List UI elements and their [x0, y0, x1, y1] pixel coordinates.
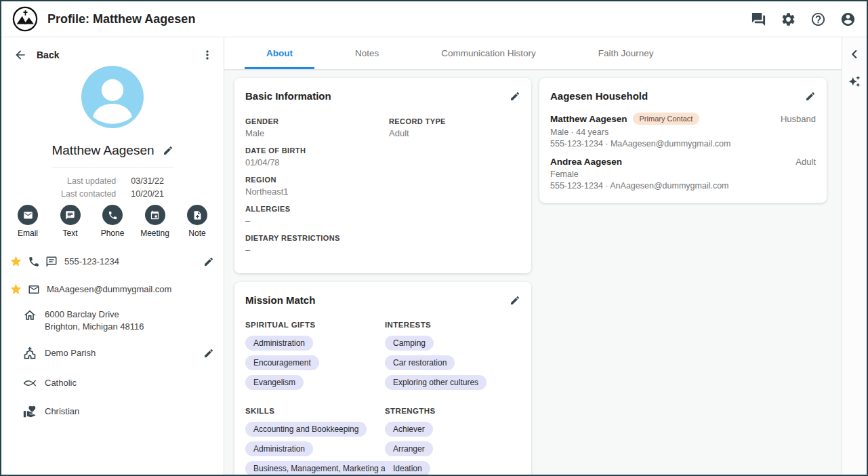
back-arrow-icon[interactable]	[14, 48, 27, 62]
ichthys-fish-icon	[23, 376, 37, 390]
parish-row: Demo Parish	[23, 346, 214, 360]
envelope-icon	[28, 283, 40, 296]
main-content: About Notes Communication History Faith …	[224, 37, 842, 475]
tab-bar: About Notes Communication History Faith …	[224, 37, 842, 70]
email-icon	[23, 210, 33, 220]
edit-phone-icon[interactable]	[203, 256, 214, 267]
sms-icon	[65, 210, 75, 220]
last-contacted-label: Last contacted	[61, 189, 116, 199]
last-updated-value: 03/31/22	[131, 176, 164, 186]
member-role: Adult	[795, 157, 816, 167]
member-demographics: Male · 44 years	[550, 127, 816, 137]
field-dietary-restrictions: DIETARY RESTRICTIONS –	[245, 233, 389, 256]
phone-action-button[interactable]: Phone	[93, 205, 132, 238]
favorite-star-icon[interactable]	[9, 255, 22, 268]
top-header: Profile: Matthew Aagesen	[1, 1, 867, 37]
member-demographics: Female	[550, 170, 816, 179]
church-icon	[23, 346, 37, 360]
page-title: Profile: Matthew Aagesen	[47, 12, 195, 26]
quick-actions: Email Text Phone Meeting Note	[8, 205, 217, 238]
card-title: Basic Information	[245, 90, 331, 102]
household-member: Andrea Aagesen Adult Female 555-123-1234…	[550, 157, 816, 191]
note-add-icon	[192, 210, 203, 220]
strength-chip: Achiever	[385, 422, 433, 437]
spiritual-gifts-group: SPIRITUAL GIFTS Administration Encourage…	[245, 321, 385, 395]
basic-information-card: Basic Information GENDER Male D	[234, 78, 531, 273]
calendar-icon	[150, 210, 160, 220]
last-contacted-value: 10/20/21	[131, 189, 164, 199]
email-action-button[interactable]: Email	[8, 205, 47, 238]
card-title: Mission Match	[245, 294, 315, 306]
profile-sidebar: Back Matthew Aagesen Last updated	[1, 37, 224, 475]
last-updated-label: Last updated	[61, 176, 116, 186]
help-icon[interactable]	[810, 12, 826, 27]
interest-chip: Car restoration	[385, 355, 455, 370]
more-options-icon[interactable]	[201, 48, 214, 62]
address-row: 6000 Barclay Drive Brighton, Michigan 48…	[23, 309, 214, 332]
sms-icon	[45, 256, 58, 268]
favorite-star-icon[interactable]	[9, 283, 22, 296]
edit-parish-icon[interactable]	[203, 348, 214, 359]
phone-icon	[28, 256, 40, 268]
member-name[interactable]: Andrea Aagesen	[550, 157, 622, 167]
phone-number: 555-123-1234	[64, 256, 119, 266]
member-role: Husband	[781, 114, 816, 124]
interest-chip: Exploring other cultures	[385, 375, 487, 390]
address-line2: Brighton, Michigan 48116	[45, 321, 144, 333]
strength-chip: Arranger	[385, 441, 433, 456]
member-name[interactable]: Matthew Aagesen	[550, 114, 627, 124]
interest-chip: Camping	[385, 336, 434, 351]
sparkles-icon[interactable]	[848, 75, 861, 87]
chat-icon[interactable]	[751, 12, 766, 27]
tab-faith-journey[interactable]: Faith Journey	[577, 37, 676, 69]
email-row: MaAagesen@dummygmail.com	[9, 283, 214, 296]
address-line1: 6000 Barclay Drive	[45, 309, 144, 321]
home-icon	[23, 309, 37, 322]
back-button[interactable]: Back	[37, 49, 59, 60]
app-window: Profile: Matthew Aagesen Back	[0, 0, 868, 476]
spiritual-gift-chip: Evangelism	[245, 375, 304, 390]
spiritual-gift-chip: Encouragement	[245, 355, 319, 370]
skill-chip: Business, Management, Marketing an...	[245, 461, 405, 476]
right-rail	[842, 37, 867, 475]
interests-group: INTERESTS Camping Car restoration Explor…	[385, 321, 520, 395]
edit-mission-match-icon[interactable]	[510, 295, 520, 306]
collapse-panel-icon[interactable]	[847, 47, 862, 62]
profile-name: Matthew Aagesen	[51, 143, 154, 158]
edit-basic-info-icon[interactable]	[510, 91, 520, 102]
member-contact: 555-123-1234 · MaAagesen@dummygmail.com	[550, 139, 816, 148]
member-contact: 555-123-1234 · AnAagesen@dummygmail.com	[550, 181, 816, 191]
field-record-type: RECORD TYPE Adult	[389, 117, 520, 139]
sidebar-divider	[51, 167, 173, 167]
strengths-group: STRENGTHS Achiever Arranger Ideation Str…	[385, 407, 520, 476]
tab-notes[interactable]: Notes	[333, 37, 400, 69]
denomination-value: Christian	[45, 405, 79, 418]
meeting-action-button[interactable]: Meeting	[136, 205, 175, 238]
spiritual-gift-chip: Administration	[245, 336, 313, 351]
phone-icon	[108, 210, 118, 220]
card-title: Aagesen Household	[550, 90, 648, 102]
tab-about[interactable]: About	[245, 37, 314, 69]
edit-name-icon[interactable]	[163, 145, 173, 156]
note-action-button[interactable]: Note	[178, 205, 217, 238]
phone-row: 555-123-1234	[9, 255, 214, 268]
profile-meta: Last updated 03/31/22 Last contacted 10/…	[1, 176, 224, 199]
tab-communication-history[interactable]: Communication History	[419, 37, 558, 69]
text-action-button[interactable]: Text	[51, 205, 90, 238]
religion-value: Catholic	[45, 377, 77, 389]
skill-chip: Administration	[245, 441, 313, 456]
email-address: MaAagesen@dummygmail.com	[47, 284, 171, 294]
skills-group: SKILLS Accounting and Bookkeeping Admini…	[245, 407, 385, 476]
household-card: Aagesen Household Matthew Aagesen Primar…	[539, 78, 827, 203]
mission-match-card: Mission Match SPIRITUAL GIFTS Administra…	[234, 282, 531, 476]
account-icon[interactable]	[840, 12, 856, 27]
edit-household-icon[interactable]	[805, 91, 816, 102]
household-member: Matthew Aagesen Primary Contact Husband …	[550, 113, 816, 148]
settings-icon[interactable]	[781, 12, 796, 27]
field-date-of-birth: DATE OF BIRTH 01/04/78	[245, 146, 389, 168]
primary-contact-badge: Primary Contact	[633, 113, 700, 125]
strength-chip: Ideation	[385, 461, 430, 476]
field-allergies: ALLERGIES –	[245, 204, 389, 226]
app-logo-icon	[12, 6, 38, 32]
hand-heart-icon	[23, 405, 37, 418]
